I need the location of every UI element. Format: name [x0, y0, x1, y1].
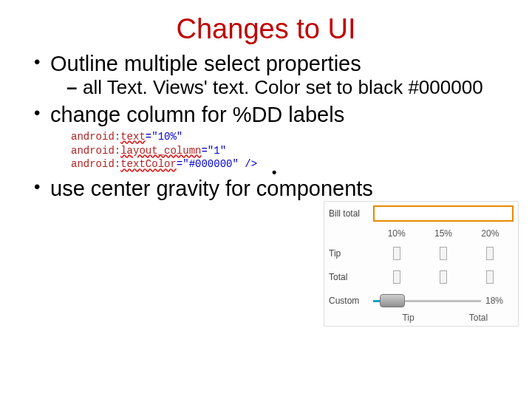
code-l1-attr: text [120, 131, 146, 143]
code-snippet: android:text="10%" android:layout_column… [71, 130, 502, 172]
seek-thumb[interactable] [380, 294, 405, 307]
code-line-1: android:text="10%" [71, 130, 502, 144]
custom-total-label: Total [443, 313, 514, 323]
code-line-3: android:textColor="#000000" /> [71, 157, 502, 171]
total-20-field[interactable] [486, 270, 494, 284]
bullet-1: Outline multiple select properties all T… [30, 52, 502, 98]
code-l1-eq: = [146, 131, 151, 143]
bill-input[interactable] [373, 205, 514, 222]
code-line-2: android:layout_column="1" [71, 144, 502, 158]
custom-label: Custom [329, 296, 373, 306]
pct-header-row: 10% 15% 20% [324, 225, 518, 242]
slide-title: Changes to UI [30, 13, 502, 45]
custom-row: Custom 18% [324, 289, 518, 313]
code-l3-eq: = [177, 158, 183, 170]
bullet-3: use center gravity for components [30, 177, 502, 200]
total-row: Total [324, 265, 518, 289]
bullet-1-text: Outline multiple select properties [50, 52, 361, 75]
code-l3-ns: android: [71, 158, 120, 170]
code-l2-val: "1" [208, 145, 226, 157]
code-l3-val: "#000000" [183, 158, 239, 170]
custom-footer-spacer [329, 313, 373, 323]
bullet-list: Outline multiple select properties all T… [30, 52, 502, 201]
custom-seekbar[interactable] [373, 293, 481, 308]
code-l2-ns: android: [71, 145, 120, 157]
bill-row: Bill total [324, 202, 518, 225]
total-10-field[interactable] [393, 270, 400, 284]
bullet-1-sub-text: all Text. Views' text. Color set to blac… [83, 76, 483, 98]
custom-footer-row: Tip Total [324, 313, 518, 323]
pct-20-label: 20% [467, 228, 514, 239]
tip-15-field[interactable] [440, 247, 447, 260]
bullet-2: change column for %DD labels android:tex… [30, 103, 502, 171]
bullet-1-sublist: all Text. Views' text. Color set to blac… [66, 77, 502, 98]
custom-pct-value: 18% [481, 296, 514, 306]
pct-10-label: 10% [373, 228, 420, 239]
bullet-2-text: change column for %DD labels [50, 103, 344, 126]
total-15-field[interactable] [440, 270, 447, 284]
code-l3-close: /> [239, 158, 257, 170]
tip-10-field[interactable] [393, 247, 400, 260]
code-l1-ns: android: [71, 131, 120, 143]
code-l3-attr: textColor [120, 158, 177, 170]
code-l2-attr: layout_column [120, 145, 201, 157]
tip-20-field[interactable] [486, 247, 494, 260]
android-ui-preview: Bill total 10% 15% 20% Tip Total [324, 201, 519, 327]
bullet-1-sub: all Text. Views' text. Color set to blac… [66, 77, 502, 98]
pct-15-label: 15% [420, 228, 466, 239]
code-l1-val: "10%" [151, 131, 183, 143]
code-l2-eq: = [201, 145, 207, 157]
bullet-3-text: use center gravity for components [50, 177, 373, 200]
bill-label: Bill total [329, 208, 373, 219]
tip-row: Tip [324, 242, 518, 265]
custom-tip-label: Tip [373, 313, 443, 323]
tip-label: Tip [329, 248, 373, 259]
total-label: Total [329, 272, 373, 282]
